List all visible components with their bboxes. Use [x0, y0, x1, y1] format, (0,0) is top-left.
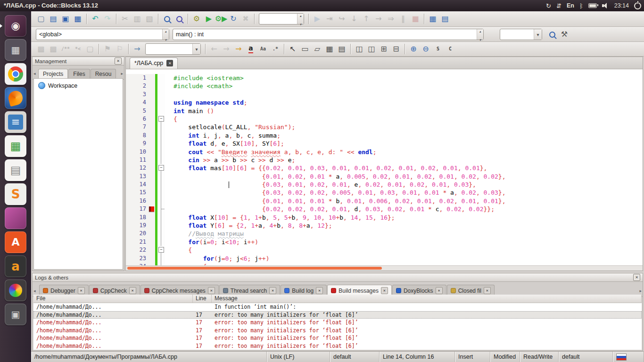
code-text[interactable]: int main () — [165, 107, 643, 115]
close-tab-icon[interactable] — [316, 287, 323, 294]
shape-tool-button[interactable]: ▱ — [311, 43, 323, 55]
marker-margin[interactable] — [149, 115, 155, 123]
close-tab-icon[interactable] — [208, 287, 215, 294]
line-number[interactable]: 1 — [126, 74, 149, 82]
build-message-row[interactable]: /home/muhammad/До...17error: too many in… — [33, 311, 642, 319]
line-number[interactable]: 9 — [126, 140, 149, 148]
marker-margin[interactable] — [149, 99, 155, 107]
management-tab-resou[interactable]: Resou — [91, 69, 116, 79]
fold-collapse-icon[interactable] — [157, 246, 165, 254]
layout-split-2-button[interactable]: ◫ — [365, 43, 378, 55]
code-line[interactable]: 21 for(i=0; i<10; i++) — [126, 238, 643, 246]
code-line[interactable]: 2#include <cmath> — [126, 82, 643, 90]
volume-icon[interactable] — [602, 3, 609, 8]
libreoffice-calc-icon[interactable]: ▦ — [5, 135, 26, 157]
marker-margin[interactable] — [149, 214, 155, 222]
clock[interactable]: 23:14 — [614, 2, 629, 9]
line-number[interactable]: 4 — [126, 99, 149, 107]
code-editor[interactable]: 1#include <iostream>2#include <cmath>34u… — [126, 69, 643, 266]
close-tab-icon[interactable] — [166, 60, 173, 66]
line-number[interactable]: 6 — [126, 115, 149, 123]
tree-item-workspace[interactable]: Workspace — [34, 79, 123, 92]
code-text[interactable]: float mas[10][6] = {{0.02, 0.01, 0.03, 0… — [165, 164, 643, 172]
editor-tab-laba-cpp[interactable]: *ЛАБА.cpp — [130, 58, 178, 69]
code-text[interactable]: #include <iostream> — [165, 74, 643, 82]
color-tool-icon[interactable] — [5, 280, 26, 301]
build-message-row[interactable]: /home/muhammad/До...17error: too many in… — [33, 319, 642, 327]
scope-combo[interactable]: <global> — [36, 29, 169, 40]
find-button[interactable] — [161, 13, 173, 25]
code-text[interactable]: for(j=0; j<6; j++) — [165, 255, 643, 263]
code-line[interactable]: 9 float d, e, SX[10], SY[6]; — [126, 140, 643, 148]
code-text[interactable]: float Y[6] = {2, 1+a, 4+b, 8, 8+a, 12}; — [165, 222, 643, 230]
save-all-files-button[interactable]: ▦ — [72, 13, 84, 25]
code-text[interactable]: {0.02, 0.02, 0.02, 0.01, d, 0.03, 0.02, … — [165, 205, 643, 213]
spin-arrows-icon[interactable] — [477, 29, 483, 40]
marker-margin[interactable] — [149, 246, 155, 254]
code-text[interactable]: using namespace std; — [165, 99, 643, 107]
ubuntu-software-icon[interactable]: A — [5, 231, 26, 253]
new-file-button[interactable]: ▢ — [35, 13, 47, 25]
pointer-tool-button[interactable]: ↖ — [287, 43, 299, 55]
messaging-menu-icon[interactable]: ↻ — [546, 2, 551, 9]
code-text[interactable]: float d, e, SX[10], SY[6]; — [165, 140, 643, 148]
marker-margin[interactable] — [149, 164, 155, 172]
code-line[interactable]: 14 {0.03, 0.01, 0.02, 0.01, e, 0.02, 0.0… — [126, 181, 643, 189]
layout-split-1-button[interactable]: ◫ — [353, 43, 365, 55]
marker-margin[interactable] — [149, 107, 155, 115]
fold-collapse-icon[interactable] — [157, 164, 165, 172]
line-number[interactable]: 5 — [126, 107, 149, 115]
line-number[interactable]: 17 — [126, 205, 149, 213]
close-panel-icon[interactable] — [633, 274, 640, 281]
code-line[interactable]: 1#include <iostream> — [126, 74, 643, 82]
tab-scroll-right-icon[interactable] — [121, 71, 123, 76]
code-text[interactable]: { — [165, 115, 643, 123]
layout-grid-add-button[interactable]: ⊞ — [378, 43, 390, 55]
session-menu-icon[interactable] — [634, 2, 641, 9]
code-text[interactable]: {0.01, 0.01, 0.01 * b, 0.01, 0.006, 0.02… — [165, 197, 643, 205]
dash-home-icon[interactable]: ◉ — [5, 15, 26, 37]
code-text[interactable]: float X[10] = {1, 1+b, 5, 5+b, 9, 10, 10… — [165, 214, 643, 222]
graphics-app-icon[interactable] — [5, 207, 26, 229]
fold-collapse-icon[interactable] — [157, 115, 165, 123]
code-line[interactable]: 10 cout << "Введите значения a, b, c, e,… — [126, 148, 643, 156]
layout-grid-remove-button[interactable]: ⊟ — [390, 43, 402, 55]
symbol-search-combo[interactable] — [500, 29, 542, 40]
code-line[interactable]: 12 float mas[10][6] = {{0.02, 0.01, 0.03… — [126, 164, 643, 172]
marker-margin[interactable] — [149, 173, 155, 181]
code-line[interactable]: 20 //Вывод матрицы — [126, 230, 643, 238]
code-text[interactable]: { — [165, 246, 643, 254]
marker-margin[interactable] — [149, 132, 155, 140]
network-icon[interactable]: ⇵ — [556, 2, 561, 9]
marker-margin[interactable] — [149, 181, 155, 189]
code-line[interactable]: 13 {0.01, 0.02, 0.01 * a, 0.005, 0.02, 0… — [126, 173, 643, 181]
management-tab-projects[interactable]: Projects — [38, 69, 68, 79]
symbol-options-button[interactable]: ⚒ — [558, 28, 570, 41]
marker-margin[interactable] — [149, 238, 155, 246]
code-text[interactable]: cout << "Введите значения a, b, c, e, d:… — [165, 148, 643, 156]
close-tab-icon[interactable] — [269, 287, 276, 294]
document-viewer-icon[interactable]: ▤ — [5, 159, 26, 181]
marker-margin[interactable] — [149, 189, 155, 197]
code-text[interactable]: for(i=0; i<10; i++) — [165, 238, 643, 246]
marker-margin[interactable] — [149, 140, 155, 148]
style-s-button[interactable]: S — [432, 43, 444, 55]
tab-scroll-right-icon[interactable] — [639, 288, 642, 293]
line-number[interactable]: 16 — [126, 197, 149, 205]
zoom-in-button[interactable]: ⊕ — [407, 43, 420, 55]
highlight-occurrences-button[interactable]: a — [245, 43, 257, 55]
workspace-switcher-icon[interactable]: ▦ — [5, 39, 26, 61]
horizontal-scrollbar[interactable] — [126, 265, 643, 271]
dropdown-arrow-icon[interactable] — [192, 44, 200, 54]
line-number[interactable]: 7 — [126, 123, 149, 131]
column-header-message[interactable]: Message — [212, 295, 642, 303]
use-regex-button[interactable]: .* — [269, 43, 281, 55]
list-tool-button[interactable]: ▤ — [336, 43, 348, 55]
marker-margin[interactable] — [149, 90, 155, 99]
code-text[interactable]: {0.03, 0.02, 0.02, 0.005, 0.01, 0.03, 0.… — [165, 189, 643, 197]
amazon-icon[interactable]: a — [5, 255, 26, 277]
code-line[interactable]: 11 cin >> a >> b >> c >> d >> e; — [126, 156, 643, 164]
close-tab-icon[interactable] — [381, 287, 388, 294]
error-marker[interactable] — [149, 205, 155, 213]
match-case-button[interactable]: Aa — [257, 43, 269, 55]
